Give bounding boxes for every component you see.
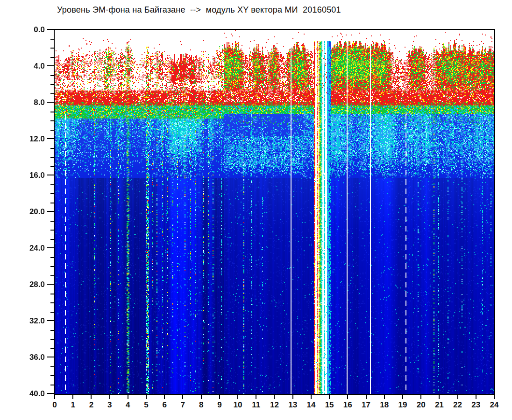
x-axis-tick — [292, 395, 293, 399]
y-axis-minor-tick — [50, 166, 54, 167]
y-axis-label: 8.0 — [18, 98, 45, 107]
x-axis-tick — [402, 395, 403, 399]
x-axis-tick — [128, 395, 128, 399]
x-axis-tick — [420, 395, 421, 399]
y-axis-major-tick — [47, 211, 54, 212]
x-axis-label: 7 — [175, 400, 191, 410]
x-axis-label: 0 — [47, 400, 63, 410]
x-axis-tick — [146, 395, 147, 399]
y-axis-minor-tick — [50, 239, 54, 240]
y-axis-minor-tick — [50, 93, 54, 94]
x-axis-tick — [182, 395, 183, 399]
x-axis-tick — [256, 395, 256, 399]
y-axis-minor-tick — [50, 120, 54, 121]
x-axis-tick — [164, 395, 165, 399]
x-axis-label: 23 — [468, 400, 484, 410]
y-axis-major-tick — [47, 247, 54, 248]
y-axis-label: 0.0 — [18, 25, 45, 35]
x-axis-label: 8 — [193, 400, 209, 410]
y-axis-minor-tick — [50, 221, 54, 222]
x-axis-label: 9 — [212, 400, 228, 410]
y-axis-major-tick — [47, 393, 54, 394]
x-axis-label: 13 — [285, 400, 301, 410]
x-axis-label: 12 — [266, 400, 282, 410]
x-axis-label: 3 — [102, 400, 118, 410]
y-axis-minor-tick — [50, 339, 54, 340]
x-axis-label: 14 — [303, 400, 319, 410]
x-axis-label: 11 — [248, 400, 264, 410]
x-axis-tick — [329, 395, 330, 399]
x-axis-label: 15 — [321, 400, 337, 410]
y-axis-minor-tick — [50, 48, 54, 49]
y-axis-major-tick — [47, 65, 54, 66]
x-axis-tick — [347, 395, 348, 399]
y-axis-minor-tick — [50, 75, 54, 76]
spectrogram-screen: Уровень ЭМ-фона на Байгазане --> модуль … — [0, 0, 512, 420]
y-axis-minor-tick — [50, 203, 54, 203]
y-axis-minor-tick — [50, 266, 54, 267]
x-axis-label: 1 — [65, 400, 81, 410]
x-axis-label: 18 — [377, 400, 392, 410]
y-axis-minor-tick — [50, 275, 54, 276]
y-axis-minor-tick — [50, 257, 54, 258]
x-axis-tick — [201, 395, 202, 399]
x-axis-tick — [311, 395, 312, 399]
y-axis-minor-tick — [50, 157, 54, 158]
y-axis-minor-tick — [50, 330, 54, 331]
y-axis-major-tick — [47, 284, 54, 285]
x-axis-tick — [72, 395, 73, 399]
x-axis-tick — [494, 395, 495, 399]
x-axis-label: 5 — [138, 400, 154, 410]
y-axis-minor-tick — [50, 375, 54, 376]
x-axis-tick — [237, 395, 238, 399]
x-axis-label: 24 — [486, 400, 502, 410]
y-axis-label: 16.0 — [18, 171, 45, 180]
x-axis-tick — [274, 395, 275, 399]
x-axis-tick — [439, 395, 440, 399]
y-axis-minor-tick — [50, 184, 54, 185]
x-axis-label: 20 — [413, 400, 429, 410]
x-axis-tick — [457, 395, 458, 399]
x-axis-label: 16 — [340, 400, 356, 410]
x-axis-tick — [384, 395, 385, 399]
y-axis-label: 28.0 — [18, 280, 45, 289]
x-axis-label: 17 — [358, 400, 374, 410]
y-axis-minor-tick — [50, 130, 54, 131]
y-axis-minor-tick — [50, 302, 54, 303]
x-axis-tick — [91, 395, 92, 399]
y-axis-minor-tick — [50, 84, 54, 85]
y-axis-label: 12.0 — [18, 134, 45, 144]
x-axis-label: 19 — [395, 400, 411, 410]
y-axis-minor-tick — [50, 312, 54, 313]
y-axis-label: 20.0 — [18, 207, 45, 217]
y-axis-minor-tick — [50, 148, 54, 149]
x-axis-tick — [54, 395, 55, 399]
y-axis-minor-tick — [50, 294, 54, 294]
chart-title: Уровень ЭМ-фона на Байгазане --> модуль … — [57, 5, 341, 15]
plot-frame — [54, 29, 495, 395]
y-axis-major-tick — [47, 102, 54, 103]
x-axis-label: 2 — [83, 400, 99, 410]
x-axis-tick — [366, 395, 367, 399]
y-axis-minor-tick — [50, 348, 54, 349]
x-axis-label: 22 — [450, 400, 466, 410]
x-axis-tick — [219, 395, 220, 399]
y-axis-minor-tick — [50, 39, 54, 40]
x-axis-label: 4 — [120, 400, 136, 410]
y-axis-label: 4.0 — [18, 62, 45, 71]
y-axis-minor-tick — [50, 385, 54, 385]
y-axis-major-tick — [47, 29, 54, 30]
y-axis-minor-tick — [50, 230, 54, 231]
y-axis-minor-tick — [50, 112, 54, 112]
spectrogram-canvas — [55, 30, 494, 394]
y-axis-major-tick — [47, 138, 54, 139]
y-axis-minor-tick — [50, 366, 54, 367]
y-axis-minor-tick — [50, 193, 54, 194]
x-axis-label: 21 — [431, 400, 447, 410]
y-axis-major-tick — [47, 357, 54, 357]
y-axis-label: 32.0 — [18, 316, 45, 326]
y-axis-minor-tick — [50, 57, 54, 58]
x-axis-label: 10 — [230, 400, 246, 410]
x-axis-label: 6 — [156, 400, 172, 410]
x-axis-tick — [476, 395, 476, 399]
